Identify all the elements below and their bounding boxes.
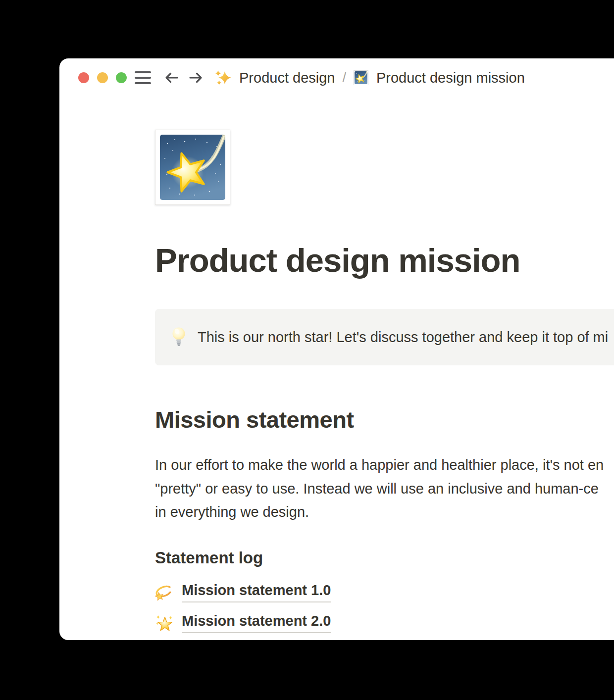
page-icon-shooting-star[interactable] xyxy=(155,130,230,205)
page-link-mission-statement-2[interactable]: Mission statement 2.0 xyxy=(155,612,331,634)
glowing-star-icon xyxy=(155,613,174,633)
zoom-window-button[interactable] xyxy=(116,72,127,83)
light-bulb-icon xyxy=(172,326,186,348)
dizzy-icon xyxy=(155,583,174,602)
breadcrumb-parent[interactable]: Product design xyxy=(205,69,335,86)
callout-block: This is our north star! Let's discuss to… xyxy=(155,309,614,365)
page-link-label: Mission statement 2.0 xyxy=(182,613,331,633)
page-link-label: Mission statement 1.0 xyxy=(182,582,331,602)
titlebar: Product design / Product design mission xyxy=(59,58,614,97)
mission-statement-heading: Mission statement xyxy=(155,406,614,434)
page-title: Product design mission xyxy=(155,241,614,280)
breadcrumb-current[interactable]: Product design mission xyxy=(354,70,525,86)
notion-window: Product design / Product design mission xyxy=(59,58,614,640)
paragraph-line: In our effort to make the world a happie… xyxy=(155,453,614,477)
breadcrumb-current-label: Product design mission xyxy=(376,70,525,86)
back-arrow-icon[interactable] xyxy=(163,69,180,86)
paragraph-line: "pretty" or easy to use. Instead we will… xyxy=(155,477,614,501)
statement-log-links: Mission statement 1.0 Mission statement … xyxy=(155,582,614,634)
mission-statement-paragraph: In our effort to make the world a happie… xyxy=(155,453,614,524)
hamburger-menu-icon[interactable] xyxy=(135,71,151,84)
minimize-window-button[interactable] xyxy=(97,72,108,83)
forward-arrow-icon[interactable] xyxy=(188,69,205,86)
close-window-button[interactable] xyxy=(78,72,89,83)
statement-log-heading: Statement log xyxy=(155,548,614,568)
breadcrumb-separator: / xyxy=(342,70,346,86)
breadcrumb-parent-label: Product design xyxy=(239,70,335,86)
sparkles-icon xyxy=(214,69,231,86)
shooting-star-icon xyxy=(354,70,368,85)
shooting-star-image-icon xyxy=(160,135,225,200)
paragraph-line: in everything we design. xyxy=(155,500,614,524)
callout-text: This is our north star! Let's discuss to… xyxy=(198,329,608,346)
window-controls xyxy=(78,72,127,83)
page-link-mission-statement-1[interactable]: Mission statement 1.0 xyxy=(155,582,331,603)
page-content: Product design mission This is our north… xyxy=(59,130,614,634)
